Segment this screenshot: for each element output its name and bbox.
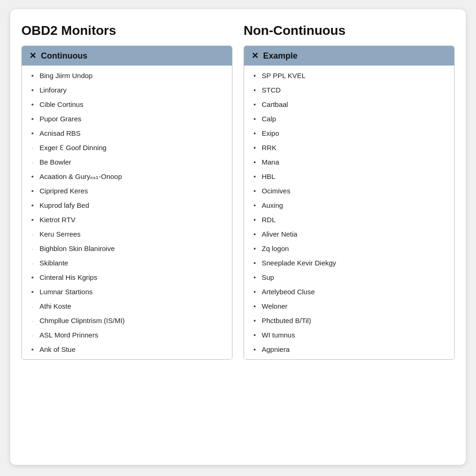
item-text: Acnisad RBS bbox=[40, 128, 225, 138]
item-text: STCD bbox=[262, 85, 447, 95]
bullet-icon: • bbox=[251, 186, 259, 196]
list-item: •Weloner bbox=[244, 299, 454, 313]
item-text: Lumnar Startions bbox=[40, 287, 225, 297]
bullet-icon: · bbox=[28, 304, 37, 311]
list-item: •RDL bbox=[244, 212, 454, 227]
item-text: SP PPL KVEL bbox=[262, 71, 447, 80]
list-item: ·Skiblante bbox=[22, 256, 232, 270]
bullet-icon: • bbox=[251, 229, 259, 239]
item-text: Athi Koste bbox=[40, 301, 225, 311]
list-item: •Pupor Grares bbox=[22, 112, 232, 126]
item-text: Keru Serrees bbox=[40, 229, 225, 239]
list-item: •Acnisad RBS bbox=[22, 126, 232, 140]
item-text: RDL bbox=[262, 215, 447, 225]
bullet-icon: • bbox=[251, 258, 259, 268]
list-item: •STCD bbox=[244, 83, 454, 97]
right-card-body: •SP PPL KVEL•STCD•Cartbaal•Calp•Exipo•RR… bbox=[244, 66, 454, 359]
list-item: •Lumnar Startions bbox=[22, 284, 232, 299]
bullet-icon: • bbox=[251, 272, 259, 282]
list-item: •Sup bbox=[244, 270, 454, 284]
left-card-header: ✕ Continuous bbox=[22, 46, 232, 66]
bullet-icon: · bbox=[28, 332, 37, 339]
right-card-label: Example bbox=[263, 51, 298, 61]
item-text: ASL Mord Prinners bbox=[40, 330, 225, 340]
item-text: RRK bbox=[262, 143, 447, 152]
list-item: •Auxing bbox=[244, 198, 454, 212]
item-text: Kietrot RTV bbox=[40, 215, 225, 225]
list-item: •Linforary bbox=[22, 83, 232, 97]
list-item: •Cipripred Keres bbox=[22, 184, 232, 198]
bullet-icon: • bbox=[251, 344, 259, 354]
bullet-icon: · bbox=[28, 260, 37, 267]
bullet-icon: · bbox=[28, 159, 37, 166]
bullet-icon: • bbox=[251, 301, 259, 311]
bullet-icon: • bbox=[28, 85, 37, 95]
item-text: Cible Cortinus bbox=[40, 99, 225, 109]
item-text: Artelybeod Cluse bbox=[262, 287, 447, 297]
bullet-icon: • bbox=[28, 215, 37, 225]
item-text: Kuprod lafy Bed bbox=[40, 200, 225, 210]
bullet-icon: • bbox=[28, 99, 37, 109]
list-item: •Bing Jiirm Undop bbox=[22, 68, 232, 83]
item-text: Bing Jiirm Undop bbox=[40, 71, 225, 80]
bullet-icon: • bbox=[251, 85, 259, 95]
item-text: WI tumnus bbox=[262, 330, 447, 340]
item-text: Bighblon Skin Blaniroive bbox=[40, 244, 225, 253]
bullet-icon: • bbox=[251, 215, 259, 225]
bullet-icon: · bbox=[28, 231, 37, 238]
list-item: ·Athi Koste bbox=[22, 299, 232, 313]
item-text: Ocimives bbox=[262, 186, 447, 196]
left-card: ✕ Continuous •Bing Jiirm Undop•Linforary… bbox=[21, 46, 232, 360]
left-column-title: OBD2 Monitors bbox=[21, 23, 232, 38]
bullet-icon: • bbox=[251, 172, 259, 181]
bullet-icon: • bbox=[251, 114, 259, 124]
list-item: •Zq logon bbox=[244, 241, 454, 256]
list-item: •Acaation & Guryₑₐ₁-Onoop bbox=[22, 169, 232, 184]
item-text: Aliver Netia bbox=[262, 229, 447, 239]
bullet-icon: · bbox=[28, 246, 37, 253]
item-text: Exger Ɛ Goof Dinning bbox=[40, 143, 225, 152]
list-item: •Calp bbox=[244, 112, 454, 126]
bullet-icon: • bbox=[251, 287, 259, 297]
bullet-icon: · bbox=[28, 318, 37, 325]
item-text: Linforary bbox=[40, 85, 225, 95]
item-text: Skiblante bbox=[40, 258, 225, 268]
page-container: OBD2 Monitors ✕ Continuous •Bing Jiirm U… bbox=[10, 9, 466, 465]
item-text: Auxing bbox=[262, 200, 447, 210]
right-card-header: ✕ Example bbox=[244, 46, 454, 66]
list-item: •Ank of Stue bbox=[22, 342, 232, 357]
item-text: Cipripred Keres bbox=[40, 186, 225, 196]
list-item: •RRK bbox=[244, 140, 454, 155]
item-text: Zq logon bbox=[262, 244, 447, 253]
list-item: ·Exger Ɛ Goof Dinning bbox=[22, 140, 232, 155]
item-text: Phctbuted B/Til) bbox=[262, 316, 447, 325]
list-item: •Kietrot RTV bbox=[22, 212, 232, 227]
item-text: Exipo bbox=[262, 128, 447, 138]
bullet-icon: • bbox=[28, 71, 37, 80]
bullet-icon: • bbox=[28, 128, 37, 138]
item-text: Calp bbox=[262, 114, 447, 124]
list-item: •Phctbuted B/Til) bbox=[244, 313, 454, 328]
item-text: Ank of Stue bbox=[40, 344, 225, 354]
item-text: Cinteral His Kgrips bbox=[40, 272, 225, 282]
item-text: Cartbaal bbox=[262, 99, 447, 109]
item-text: Mana bbox=[262, 157, 447, 167]
item-text: Be Bowler bbox=[40, 157, 225, 167]
list-item: •WI tumnus bbox=[244, 328, 454, 342]
bullet-icon: • bbox=[251, 244, 259, 253]
list-item: •Cartbaal bbox=[244, 97, 454, 112]
bullet-icon: • bbox=[251, 143, 259, 152]
bullet-icon: • bbox=[251, 99, 259, 109]
left-card-label: Continuous bbox=[41, 51, 87, 61]
bullet-icon: • bbox=[251, 316, 259, 325]
right-column: Non-Continuous ✕ Example •SP PPL KVEL•ST… bbox=[244, 23, 455, 451]
list-item: •Aliver Netia bbox=[244, 227, 454, 241]
bullet-icon: • bbox=[251, 157, 259, 167]
bullet-icon: • bbox=[28, 200, 37, 210]
right-card-x: ✕ bbox=[251, 51, 258, 61]
list-item: •Kuprod lafy Bed bbox=[22, 198, 232, 212]
bullet-icon: • bbox=[28, 172, 37, 181]
left-card-body: •Bing Jiirm Undop•Linforary•Cible Cortin… bbox=[22, 66, 232, 359]
list-item: ·Chmpllue Clipntrism (IS/MI) bbox=[22, 313, 232, 328]
bullet-icon: · bbox=[28, 145, 37, 152]
